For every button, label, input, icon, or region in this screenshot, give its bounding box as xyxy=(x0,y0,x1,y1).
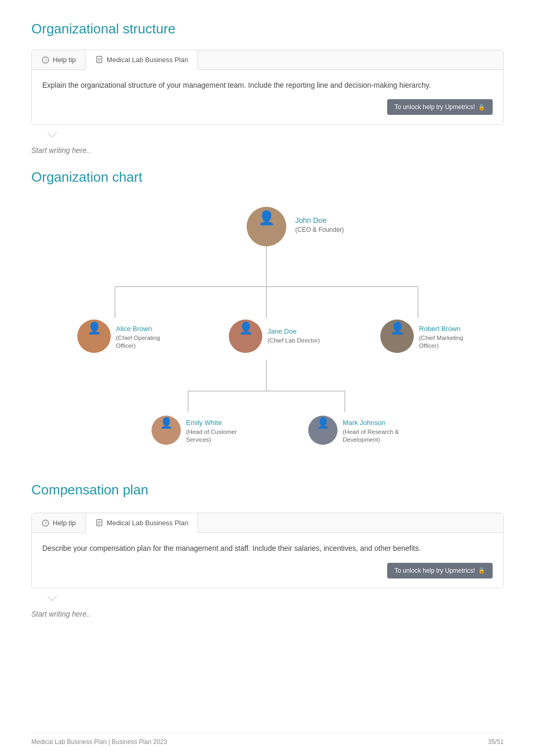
svg-text:(Chief Lab Director): (Chief Lab Director) xyxy=(268,337,320,344)
page-footer: Medical Lab Business Plan | Business Pla… xyxy=(31,733,504,746)
svg-text:(Chief Operating: (Chief Operating xyxy=(116,335,160,341)
comp-help-tip-icon: ? xyxy=(41,519,50,527)
doc-tab-label: Medical Lab Business Plan xyxy=(107,56,188,64)
svg-text:(CEO & Founder): (CEO & Founder) xyxy=(295,226,344,233)
svg-text:?: ? xyxy=(44,521,46,526)
comp-help-tip-tab[interactable]: ? Help tip xyxy=(32,513,86,533)
svg-text:(Head of Research &: (Head of Research & xyxy=(343,429,399,435)
svg-text:(Head of Customer: (Head of Customer xyxy=(186,429,237,435)
svg-text:Robert Brown: Robert Brown xyxy=(419,325,460,333)
svg-text:John Doe: John Doe xyxy=(295,216,327,225)
svg-text:👤: 👤 xyxy=(239,321,253,335)
svg-text:Jane Doe: Jane Doe xyxy=(268,327,297,335)
comp-doc-tab[interactable]: Medical Lab Business Plan xyxy=(86,513,198,533)
comp-doc-tab-label: Medical Lab Business Plan xyxy=(107,519,188,527)
org-chart-title: Organization chart xyxy=(31,169,504,185)
help-tip-body: Explain the organizational structure of … xyxy=(32,70,503,124)
help-tip-text: Explain the organizational structure of … xyxy=(42,79,493,91)
svg-text:Mark Johnson: Mark Johnson xyxy=(343,419,386,427)
svg-text:👤: 👤 xyxy=(390,321,405,335)
svg-text:?: ? xyxy=(44,58,46,63)
svg-text:👤: 👤 xyxy=(160,417,173,429)
help-tip-icon: ? xyxy=(41,56,50,64)
compensation-help-tip-box: ? Help tip Medical Lab Business Plan xyxy=(31,513,504,588)
svg-text:Development): Development) xyxy=(343,436,380,443)
comp-help-tip-label: Help tip xyxy=(53,519,76,527)
org-help-tip-box: ? Help tip Medical Lab Business Plan xyxy=(31,50,504,125)
org-start-writing[interactable]: Start writing here.. xyxy=(31,146,504,155)
compensation-title: Compensation plan xyxy=(31,482,504,498)
help-tip-tab[interactable]: ? Help tip xyxy=(32,50,86,69)
comp-help-tip-body: Describe your compensation plan for the … xyxy=(32,533,503,587)
doc-icon xyxy=(95,55,103,64)
svg-text:Officer): Officer) xyxy=(116,342,136,349)
svg-text:👤: 👤 xyxy=(258,209,275,226)
org-structure-title: Organizational structure xyxy=(31,21,504,37)
svg-text:(Chief Marketing: (Chief Marketing xyxy=(419,335,463,341)
footer-right: 35/51 xyxy=(488,738,504,746)
svg-text:Emily White: Emily White xyxy=(186,419,222,427)
comp-start-writing[interactable]: Start writing here.. xyxy=(31,610,504,618)
svg-text:👤: 👤 xyxy=(87,321,102,335)
svg-text:Alice Brown: Alice Brown xyxy=(116,325,152,333)
comp-unlock-help-button[interactable]: To unlock help try Upmetrics! xyxy=(387,563,493,578)
comp-help-tip-text: Describe your compensation plan for the … xyxy=(42,542,493,554)
footer-left: Medical Lab Business Plan | Business Pla… xyxy=(31,738,167,746)
comp-help-tip-tabs: ? Help tip Medical Lab Business Plan xyxy=(32,513,503,533)
org-chart: 👤 John Doe (CEO & Founder) 👤 Alice Brown… xyxy=(31,198,504,461)
svg-text:Officer): Officer) xyxy=(419,342,439,349)
unlock-help-button[interactable]: To unlock help try Upmetrics! xyxy=(387,99,493,115)
help-tip-label: Help tip xyxy=(53,56,76,64)
comp-doc-icon xyxy=(95,518,103,527)
svg-text:Services): Services) xyxy=(186,436,211,443)
svg-text:👤: 👤 xyxy=(317,417,330,429)
help-tip-tabs: ? Help tip Medical Lab Business Plan xyxy=(32,50,503,70)
doc-tab[interactable]: Medical Lab Business Plan xyxy=(86,50,198,70)
